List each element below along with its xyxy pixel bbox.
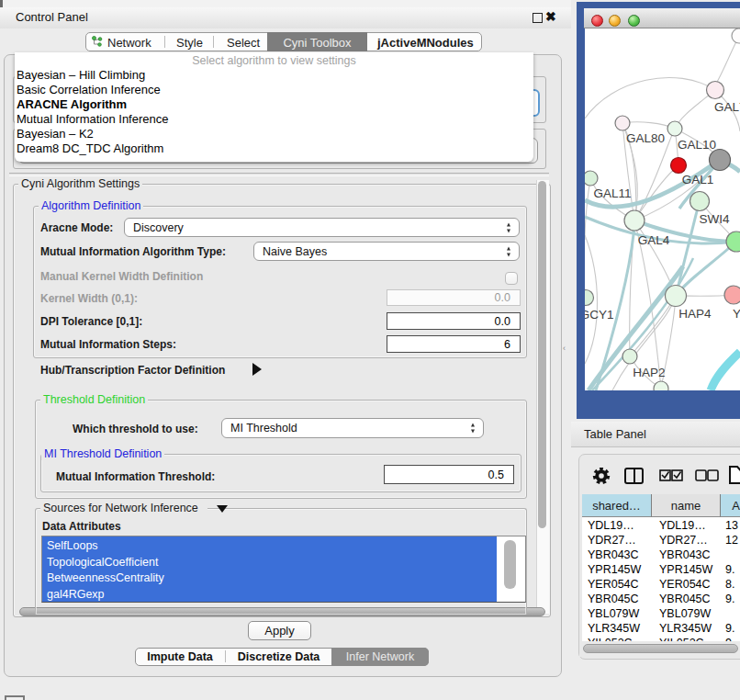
svg-text:GAL4: GAL4 (638, 233, 670, 247)
svg-text:Y: Y (733, 307, 740, 321)
svg-text:GAL7: GAL7 (714, 100, 740, 114)
svg-text:HAP4: HAP4 (678, 307, 712, 321)
svg-text:GAL1: GAL1 (682, 173, 714, 186)
svg-text:SWI4: SWI4 (699, 212, 729, 226)
svg-text:GCY1: GCY1 (585, 308, 613, 322)
svg-text:GAL10: GAL10 (678, 138, 716, 152)
svg-text:HAP2: HAP2 (633, 366, 665, 379)
svg-text:GAL11: GAL11 (593, 186, 631, 200)
svg-text:GAL80: GAL80 (626, 131, 665, 145)
